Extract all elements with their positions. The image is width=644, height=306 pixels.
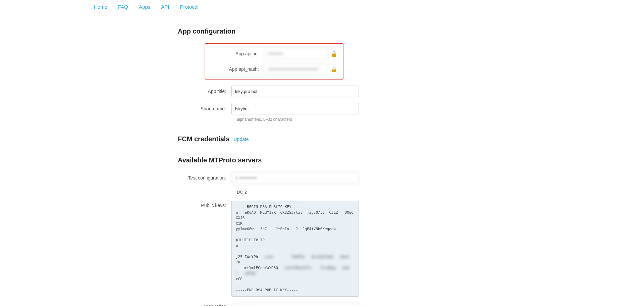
short-name-input-wrap xyxy=(231,103,466,114)
nav-api[interactable]: API xyxy=(161,4,169,10)
app-config-title: App configuration xyxy=(178,28,466,35)
api-hash-row: App api_hash: 🔒 xyxy=(211,63,337,75)
api-hash-input[interactable] xyxy=(264,63,328,75)
api-id-row: App api_id: 🔒 xyxy=(211,48,337,59)
test-config-input-wrap xyxy=(231,172,466,184)
short-name-row: Short name: xyxy=(178,103,466,114)
public-keys-wrap: Public keys: -----BEGIN RSA PUBLIC KEY--… xyxy=(178,201,466,297)
test-config-input[interactable] xyxy=(231,172,359,184)
public-keys-box: -----BEGIN RSA PUBLIC KEY----- n FeKCAQ … xyxy=(231,201,359,297)
api-hash-input-wrap: 🔒 xyxy=(264,63,337,75)
app-title-label: App title: xyxy=(178,89,231,94)
mtproto-section: Available MTProto servers Test configura… xyxy=(178,156,466,306)
api-id-label: App api_id: xyxy=(211,51,264,56)
short-name-input[interactable] xyxy=(231,103,359,114)
api-hash-lock-icon[interactable]: 🔒 xyxy=(331,66,337,72)
api-id-input[interactable] xyxy=(264,48,328,59)
fcm-update-link[interactable]: Update xyxy=(233,137,249,142)
app-title-row: App title: xyxy=(178,86,466,97)
nav-home[interactable]: Home xyxy=(94,4,107,10)
short-name-label: Short name: xyxy=(178,106,231,111)
api-id-input-wrap: 🔒 xyxy=(264,48,337,59)
fcm-title: FCM credentials xyxy=(178,135,229,143)
test-dc-label: DC 2 xyxy=(237,190,466,195)
api-hash-label: App api_hash: xyxy=(211,66,264,72)
nav-protocol[interactable]: Protocol xyxy=(180,4,198,10)
app-title-input[interactable] xyxy=(231,86,359,97)
fcm-section: FCM credentials Update xyxy=(178,135,466,143)
api-credentials-box: App api_id: 🔒 App api_hash: 🔒 xyxy=(205,43,343,80)
page-content: App configuration App api_id: 🔒 App api_… xyxy=(171,14,473,306)
public-keys-text: -----BEGIN RSA PUBLIC KEY----- n FeKCAQ … xyxy=(236,205,356,292)
production-config-label: Production configuration: xyxy=(178,304,231,306)
production-config-input-wrap xyxy=(231,303,466,306)
production-config-row: Production configuration: xyxy=(178,303,466,306)
production-config-input[interactable] xyxy=(231,303,359,306)
short-name-hint: alphanumeric, 5–32 characters xyxy=(237,117,466,122)
main-nav: Home FAQ Apps API Protocol xyxy=(0,0,644,14)
nav-faq[interactable]: FAQ xyxy=(118,4,128,10)
mtproto-title: Available MTProto servers xyxy=(178,156,466,164)
test-config-label: Test configuration: xyxy=(178,175,231,181)
app-config-section: App configuration App api_id: 🔒 App api_… xyxy=(178,28,466,122)
api-id-lock-icon[interactable]: 🔒 xyxy=(331,51,337,57)
fcm-title-row: FCM credentials Update xyxy=(178,135,466,143)
test-config-row: Test configuration: xyxy=(178,172,466,184)
public-keys-label: Public keys: xyxy=(178,201,231,208)
app-title-input-wrap xyxy=(231,86,466,97)
nav-apps[interactable]: Apps xyxy=(139,4,150,10)
